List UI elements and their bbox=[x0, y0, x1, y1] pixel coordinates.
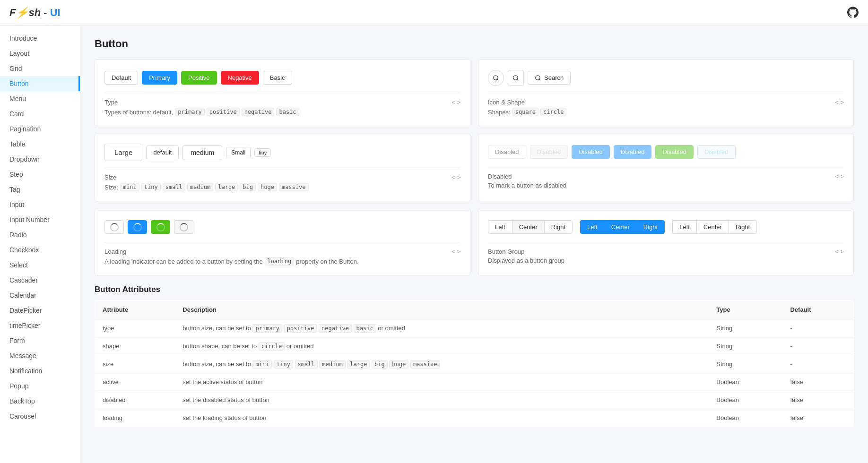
sidebar-item-select[interactable]: Select bbox=[0, 257, 80, 273]
size-desc-text: Size: mini tiny small medium large big h… bbox=[104, 183, 309, 191]
github-icon bbox=[847, 7, 859, 18]
code-big: big bbox=[240, 183, 256, 191]
demo-disabled: Disabled Disabled Disabled Disabled Disa… bbox=[478, 134, 854, 201]
btn-search-text[interactable]: Search bbox=[528, 71, 571, 85]
btn-group-right1[interactable]: Right bbox=[544, 220, 573, 234]
attr-name: type bbox=[95, 319, 175, 337]
btn-group-right3[interactable]: Right bbox=[729, 220, 757, 234]
btn-group-left2[interactable]: Left bbox=[580, 220, 604, 234]
sidebar-item-input-number[interactable]: Input Number bbox=[0, 212, 80, 227]
size-code-toggle[interactable]: < > bbox=[451, 174, 460, 181]
attr-type: String bbox=[709, 337, 782, 355]
attr-type: Boolean bbox=[709, 409, 782, 427]
sidebar-item-radio[interactable]: Radio bbox=[0, 227, 80, 242]
btn-large[interactable]: Large bbox=[104, 144, 142, 161]
btn-group-center2[interactable]: Center bbox=[604, 220, 636, 234]
code-shape-circle: circle bbox=[259, 342, 285, 351]
sidebar-item-calendar[interactable]: Calendar bbox=[0, 288, 80, 303]
btn-tiny[interactable]: tiny bbox=[254, 148, 271, 157]
btn-small[interactable]: Small bbox=[226, 147, 251, 158]
icon-description: Icon & Shape Shapes: square circle bbox=[488, 99, 566, 116]
btn-negative[interactable]: Negative bbox=[221, 71, 259, 85]
sidebar-item-grid[interactable]: Grid bbox=[0, 61, 80, 76]
svg-point-2 bbox=[513, 75, 518, 79]
btn-basic[interactable]: Basic bbox=[263, 71, 292, 85]
btn-group-right2[interactable]: Right bbox=[636, 220, 665, 234]
sidebar-item-card[interactable]: Card bbox=[0, 106, 80, 121]
sidebar-item-timepicker[interactable]: timePicker bbox=[0, 318, 80, 333]
btn-group-center3[interactable]: Center bbox=[696, 220, 729, 234]
attributes-title: Button Attributes bbox=[95, 285, 854, 294]
attr-default: false bbox=[782, 409, 853, 427]
sidebar-item-datepicker[interactable]: DatePicker bbox=[0, 303, 80, 318]
sidebar-item-notification[interactable]: Notification bbox=[0, 363, 80, 378]
btn-group-center1[interactable]: Center bbox=[512, 220, 544, 234]
sidebar-item-table[interactable]: Table bbox=[0, 137, 80, 152]
sidebar-item-step[interactable]: Step bbox=[0, 167, 80, 182]
demo-type-preview: Default Primary Positive Negative Basic bbox=[104, 69, 460, 93]
disabled-desc-text: To mark a button as disabled bbox=[488, 182, 566, 189]
btn-loading-default2[interactable]: ⟳ bbox=[174, 220, 193, 234]
btn-loading-default[interactable]: ⟳ bbox=[104, 220, 124, 234]
code-negative: negative bbox=[242, 108, 275, 116]
code-loading: loading bbox=[265, 257, 295, 266]
btn-group-left3[interactable]: Left bbox=[672, 220, 696, 234]
disabled-code-toggle[interactable]: < > bbox=[835, 173, 844, 180]
btn-disabled-primary: Disabled bbox=[572, 145, 610, 159]
sidebar-item-tag[interactable]: Tag bbox=[0, 182, 80, 197]
group-label: Button Group bbox=[488, 248, 564, 255]
btn-default[interactable]: Default bbox=[104, 71, 138, 85]
btn-default-size[interactable]: default bbox=[146, 146, 179, 159]
btn-group-left1[interactable]: Left bbox=[488, 220, 512, 234]
btn-medium[interactable]: medium bbox=[182, 145, 222, 160]
btn-primary[interactable]: Primary bbox=[142, 71, 177, 85]
btn-icon-search1[interactable] bbox=[488, 70, 504, 86]
sidebar-item-form[interactable]: Form bbox=[0, 333, 80, 348]
btn-group-primary: Left Center Right bbox=[580, 220, 665, 234]
btn-loading-positive[interactable]: ⟳ bbox=[151, 220, 170, 234]
btn-disabled-basic: Disabled bbox=[697, 145, 736, 159]
table-row: active set the active status of button B… bbox=[95, 373, 854, 391]
code-sz-huge: huge bbox=[389, 360, 408, 369]
svg-point-4 bbox=[536, 75, 540, 79]
table-header-row: Attribute Description Type Default bbox=[95, 300, 854, 319]
github-link[interactable] bbox=[847, 7, 859, 19]
type-description: Type Types of buttons: default, primary … bbox=[104, 99, 299, 116]
code-circle: circle bbox=[540, 108, 566, 116]
attr-default: - bbox=[782, 355, 853, 373]
code-large: large bbox=[215, 183, 238, 191]
attr-name: loading bbox=[95, 409, 175, 427]
svg-line-1 bbox=[497, 79, 499, 80]
sidebar-item-checkbox[interactable]: Checkbox bbox=[0, 242, 80, 257]
btn-disabled-default2: Disabled bbox=[530, 145, 568, 159]
btn-positive[interactable]: Positive bbox=[181, 71, 217, 85]
sidebar-item-pagination[interactable]: Pagination bbox=[0, 121, 80, 137]
sidebar-item-button[interactable]: Button bbox=[0, 76, 80, 91]
demo-type: Default Primary Positive Negative Basic … bbox=[95, 60, 470, 126]
attr-desc: set the active status of button bbox=[175, 373, 709, 391]
btn-group-default: Left Center Right bbox=[488, 220, 573, 234]
disabled-desc-row: Disabled To mark a button as disabled < … bbox=[488, 173, 844, 189]
btn-icon-search2[interactable] bbox=[508, 70, 524, 86]
sidebar-item-backtop[interactable]: BackTop bbox=[0, 394, 80, 409]
sidebar-item-dropdown[interactable]: Dropdown bbox=[0, 152, 80, 167]
sidebar-item-popup[interactable]: Popup bbox=[0, 378, 80, 394]
sidebar-item-message[interactable]: Message bbox=[0, 348, 80, 363]
attr-type: Boolean bbox=[709, 391, 782, 409]
icon-code-toggle[interactable]: < > bbox=[835, 99, 844, 106]
sidebar-item-layout[interactable]: Layout bbox=[0, 46, 80, 61]
table-body: type button size, can be set to primary … bbox=[95, 319, 854, 427]
sidebar-item-input[interactable]: Input bbox=[0, 197, 80, 212]
sidebar-item-menu[interactable]: Menu bbox=[0, 91, 80, 106]
type-code-toggle[interactable]: < > bbox=[451, 99, 460, 106]
code-sz-small: small bbox=[295, 360, 318, 369]
col-attribute: Attribute bbox=[95, 300, 175, 319]
btn-loading-primary[interactable]: ⟳ bbox=[128, 220, 147, 234]
col-default: Default bbox=[782, 300, 853, 319]
icon-label: Icon & Shape bbox=[488, 99, 566, 106]
loading-code-toggle[interactable]: < > bbox=[451, 248, 460, 255]
sidebar-item-carousel[interactable]: Carousel bbox=[0, 409, 80, 424]
sidebar-item-introduce[interactable]: Introduce bbox=[0, 31, 80, 46]
group-code-toggle[interactable]: < > bbox=[835, 248, 844, 255]
sidebar-item-cascader[interactable]: Cascader bbox=[0, 273, 80, 288]
